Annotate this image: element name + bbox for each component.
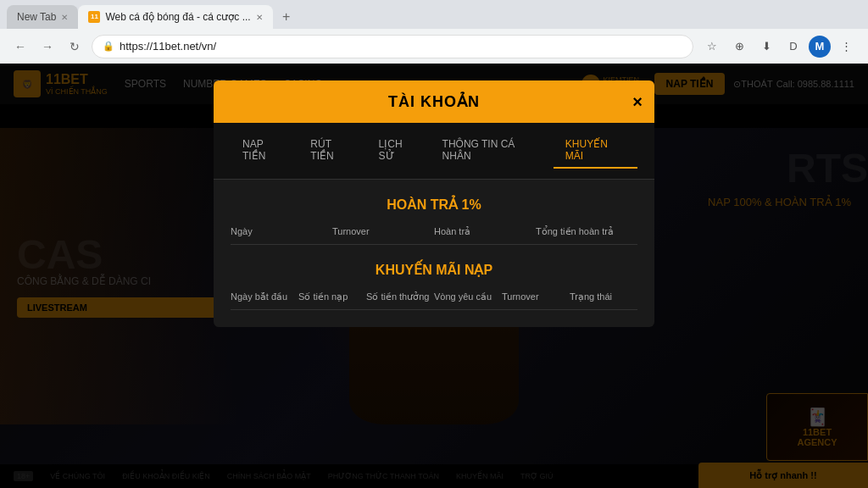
col-turnover2: Turnover — [502, 291, 570, 302]
hoan-tra-title: HOÀN TRẢ 1% — [231, 197, 637, 213]
website: 🦁 11BET VÌ CHIẾN THẮNG SPORTS NUMBER GAM… — [0, 64, 868, 488]
col-hoan-tra: Hoàn trả — [434, 226, 536, 237]
extensions-icon[interactable]: ⊕ — [727, 35, 751, 58]
col-so-tien-nap: Số tiền nạp — [298, 291, 366, 302]
modal-header: TÀI KHOẢN × — [214, 80, 654, 123]
tab-rut-tien[interactable]: RÚT TIỀN — [298, 133, 366, 169]
account-modal: TÀI KHOẢN × NAP TIỀN RÚT TIỀN LỊCH SỬ TH… — [214, 80, 654, 327]
chrome-actions: ☆ ⊕ ⬇ D M ⋮ — [700, 35, 858, 58]
tab-new-tab[interactable]: New Tab ✕ — [7, 5, 78, 29]
refresh-button[interactable]: ↻ — [64, 36, 85, 57]
profile-button[interactable]: M — [809, 36, 831, 58]
modal-title: TÀI KHOẢN — [388, 93, 480, 110]
bookmark-icon[interactable]: ☆ — [700, 35, 724, 58]
modal-tabs: NAP TIỀN RÚT TIỀN LỊCH SỬ THÔNG TIN CÁ N… — [214, 123, 654, 180]
col-ngay-bat-dau: Ngày bắt đầu — [231, 291, 298, 302]
modal-body: HOÀN TRẢ 1% Ngày Turnover Hoàn trả Tổng … — [214, 180, 654, 327]
url-text: https://11bet.net/vn/ — [120, 40, 216, 53]
tab-nap-tien[interactable]: NAP TIỀN — [231, 133, 298, 169]
download-icon[interactable]: ⬇ — [754, 35, 778, 58]
col-vong-yeu-cau: Vòng yêu cầu — [434, 291, 502, 302]
tab-bar: New Tab ✕ 11 Web cá độ bóng đá - cá cược… — [0, 0, 868, 29]
col-tong-tien: Tổng tiền hoàn trả — [536, 226, 637, 237]
menu-icon[interactable]: ⋮ — [834, 35, 858, 58]
address-bar: ← → ↻ 🔒 https://11bet.net/vn/ ☆ ⊕ ⬇ D M … — [0, 29, 868, 64]
tab-label: New Tab — [17, 11, 56, 23]
col-so-tien-thuong: Số tiền thưởng — [366, 291, 434, 302]
khuyen-mai-title: KHUYẾN MÃI NẠP — [231, 262, 637, 278]
tab-thong-tin[interactable]: THÔNG TIN CÁ NHÂN — [431, 133, 554, 169]
section-divider: KHUYẾN MÃI NẠP — [231, 262, 637, 278]
col-turnover: Turnover — [332, 226, 434, 237]
tab-favicon-icon: 11 — [88, 11, 100, 23]
browser-chrome: New Tab ✕ 11 Web cá độ bóng đá - cá cược… — [0, 0, 868, 64]
hoan-tra-table-header: Ngày Turnover Hoàn trả Tổng tiền hoàn tr… — [231, 226, 637, 245]
back-button[interactable]: ← — [10, 36, 31, 57]
lock-icon: 🔒 — [103, 41, 114, 52]
modal-close-button[interactable]: × — [632, 92, 643, 112]
khuyen-mai-table-header: Ngày bắt đầu Số tiền nạp Số tiền thưởng … — [231, 291, 637, 310]
tab-11bet[interactable]: 11 Web cá độ bóng đá - cá cược ... ✕ — [78, 5, 272, 29]
tab-close-icon[interactable]: ✕ — [61, 13, 68, 22]
site-background: 🦁 11BET VÌ CHIẾN THẮNG SPORTS NUMBER GAM… — [0, 64, 868, 488]
tab-close-icon[interactable]: ✕ — [256, 13, 263, 22]
col-ngay: Ngày — [231, 226, 332, 237]
url-bar[interactable]: 🔒 https://11bet.net/vn/ — [92, 35, 693, 58]
modal-overlay: TÀI KHOẢN × NAP TIỀN RÚT TIỀN LỊCH SỬ TH… — [0, 64, 868, 488]
add-tab-button[interactable]: + — [276, 7, 297, 27]
col-trang-thai: Trạng thái — [570, 291, 637, 302]
tab-khuyen-mai[interactable]: KHUYẾN MÃI — [554, 133, 637, 169]
sync-icon[interactable]: D — [782, 35, 805, 58]
tab-label: Web cá độ bóng đá - cá cược ... — [105, 11, 250, 23]
forward-button[interactable]: → — [37, 36, 58, 57]
tab-lich-su[interactable]: LỊCH SỬ — [367, 133, 431, 169]
